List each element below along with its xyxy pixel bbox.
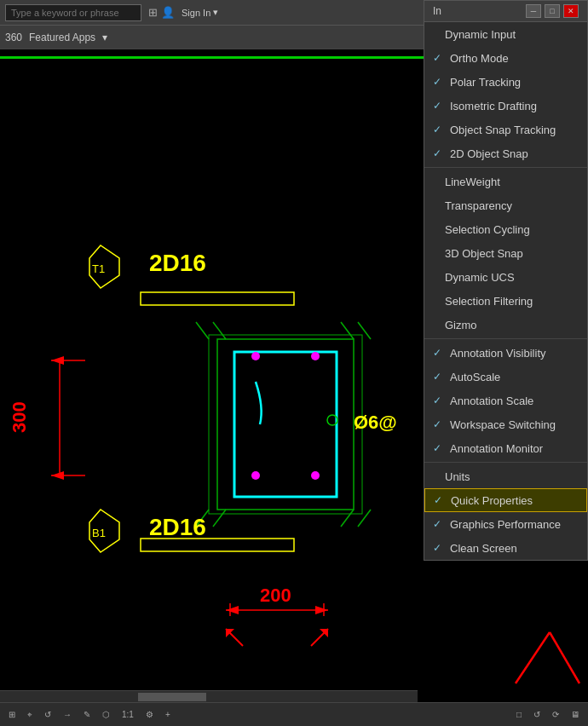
scrollbar-thumb[interactable]	[138, 693, 206, 701]
svg-line-37	[550, 632, 579, 683]
menu-item-label-annotation-monitor: Annotation Monitor	[450, 442, 543, 455]
menu-item-label-graphics-performance: Graphics Performance	[450, 518, 561, 531]
snap-toggle[interactable]: ⌖	[24, 708, 36, 722]
menu-item-annotation-visibility[interactable]: Annotation Visibility	[424, 341, 587, 365]
nav-icon[interactable]: ⟳	[549, 708, 562, 721]
svg-marker-22	[51, 356, 64, 365]
ortho-status[interactable]: →	[60, 708, 75, 721]
dim-300: 300	[9, 401, 30, 433]
search-input[interactable]	[5, 4, 141, 21]
svg-line-36	[516, 632, 550, 683]
svg-rect-5	[209, 335, 362, 514]
menu-item-label-isometric-drafting: Isometric Drafting	[450, 100, 537, 112]
menu-item-graphics-performance[interactable]: Graphics Performance	[424, 512, 587, 536]
svg-text:T1: T1	[92, 262, 105, 275]
menu-items-container: Dynamic InputOrtho ModePolar TrackingIso…	[424, 22, 587, 560]
menu-item-label-3d-object-snap: 3D Object Snap	[445, 247, 523, 260]
menu-item-label-polar-tracking: Polar Tracking	[450, 76, 521, 89]
sign-in-button[interactable]: Sign In ▾	[182, 7, 218, 18]
menu-item-clean-screen[interactable]: Clean Screen	[424, 536, 587, 560]
menu-item-annotation-scale[interactable]: Annotation Scale	[424, 389, 587, 412]
menu-item-dynamic-input[interactable]: Dynamic Input	[424, 22, 587, 46]
close-button[interactable]: ✕	[563, 4, 579, 18]
menu-item-label-dynamic-ucs: Dynamic UCS	[445, 271, 515, 284]
menu-item-2d-object-snap[interactable]: 2D Object Snap	[424, 141, 587, 165]
menu-item-label-units: Units	[445, 470, 470, 483]
svg-line-13	[358, 510, 371, 527]
menu-divider-gizmo	[424, 338, 587, 339]
svg-line-6	[196, 322, 209, 339]
menu-item-ortho-mode[interactable]: Ortho Mode	[424, 46, 587, 70]
dim-200: 200	[260, 585, 291, 606]
svg-rect-2	[141, 292, 294, 305]
svg-rect-26	[141, 539, 294, 551]
drawing-canvas: 2D16 T1 300	[0, 49, 426, 683]
menu-item-isometric-drafting[interactable]: Isometric Drafting	[424, 94, 587, 118]
svg-rect-3	[234, 352, 337, 497]
svg-point-15	[311, 352, 320, 360]
menu-item-label-autoscale: AutoScale	[450, 371, 500, 383]
maximize-button[interactable]: □	[545, 4, 560, 18]
menu-item-object-snap-tracking[interactable]: Object Snap Tracking	[424, 118, 587, 141]
menu-item-selection-filtering[interactable]: Selection Filtering	[424, 289, 587, 313]
menu-item-label-gizmo: Gizmo	[445, 319, 477, 331]
minimize-button[interactable]: ─	[526, 4, 541, 18]
menu-item-3d-object-snap[interactable]: 3D Object Snap	[424, 241, 587, 265]
menu-item-polar-tracking[interactable]: Polar Tracking	[424, 70, 587, 94]
menu-item-dynamic-ucs[interactable]: Dynamic UCS	[424, 265, 587, 289]
svg-point-16	[251, 471, 260, 480]
menu-item-label-selection-filtering: Selection Filtering	[445, 295, 533, 308]
polar-status[interactable]: ✎	[80, 708, 94, 721]
svg-marker-23	[51, 471, 64, 480]
dim-dia: Ø6@	[354, 412, 397, 433]
display-icon[interactable]: 🖥	[568, 708, 583, 721]
add-icon[interactable]: +	[162, 708, 174, 721]
svg-marker-30	[226, 606, 239, 614]
dropdown-arrow-icon2: ▾	[102, 32, 107, 43]
viewport-icon[interactable]: □	[513, 708, 525, 721]
menu-item-label-ortho-mode: Ortho Mode	[450, 52, 509, 65]
canvas-area: 2D16 T1 300	[0, 49, 426, 683]
menu-item-selection-cycling[interactable]: Selection Cycling	[424, 217, 587, 241]
menu-item-autoscale[interactable]: AutoScale	[424, 365, 587, 389]
menu-item-label-clean-screen: Clean Screen	[450, 542, 517, 555]
snap-status[interactable]: ⬡	[99, 708, 113, 721]
menu-item-label-transparency: Transparency	[445, 199, 512, 212]
menu-item-lineweight[interactable]: LineWeight	[424, 170, 587, 193]
menu-item-label-object-snap-tracking: Object Snap Tracking	[450, 124, 556, 136]
dim-label-2: 2D16	[149, 514, 206, 540]
svg-point-17	[311, 471, 320, 480]
scale-display[interactable]: 1:1	[118, 708, 137, 721]
grid-toggle[interactable]: ⊞	[5, 708, 19, 721]
infer-toggle[interactable]: ↺	[41, 708, 55, 721]
svg-line-9	[358, 322, 371, 339]
annotation-arrow	[499, 624, 584, 692]
svg-rect-4	[217, 339, 354, 510]
label-featured-apps[interactable]: Featured Apps	[29, 32, 95, 43]
menu-item-label-2d-object-snap: 2D Object Snap	[450, 147, 528, 160]
label-360: 360	[5, 32, 22, 43]
menu-item-gizmo[interactable]: Gizmo	[424, 313, 587, 337]
sign-in-label: Sign In	[182, 8, 210, 18]
orbit-icon[interactable]: ↺	[530, 708, 544, 721]
svg-marker-31	[315, 606, 328, 614]
menu-item-transparency[interactable]: Transparency	[424, 193, 587, 217]
user-icon: 👤	[161, 6, 175, 19]
menu-item-annotation-monitor[interactable]: Annotation Monitor	[424, 436, 587, 460]
settings-icon[interactable]: ⚙	[142, 708, 157, 721]
menu-divider-2d-object-snap	[424, 167, 587, 168]
svg-text:B1: B1	[92, 527, 106, 539]
menu-item-label-quick-properties: Quick Properties	[451, 494, 533, 507]
menu-item-units[interactable]: Units	[424, 464, 587, 488]
menu-item-quick-properties[interactable]: Quick Properties	[424, 488, 587, 512]
menu-item-workspace-switching[interactable]: Workspace Switching	[424, 412, 587, 436]
menu-item-label-annotation-scale: Annotation Scale	[450, 395, 533, 407]
svg-point-14	[251, 352, 260, 360]
dropdown-title: In	[433, 5, 441, 17]
dim-label-1: 2D16	[149, 250, 206, 276]
search-icon[interactable]: ⊞	[148, 6, 158, 19]
menu-item-label-selection-cycling: Selection Cycling	[445, 223, 530, 236]
menu-item-label-dynamic-input: Dynamic Input	[445, 28, 516, 41]
canvas-scrollbar[interactable]	[0, 690, 418, 702]
svg-line-12	[341, 510, 354, 527]
